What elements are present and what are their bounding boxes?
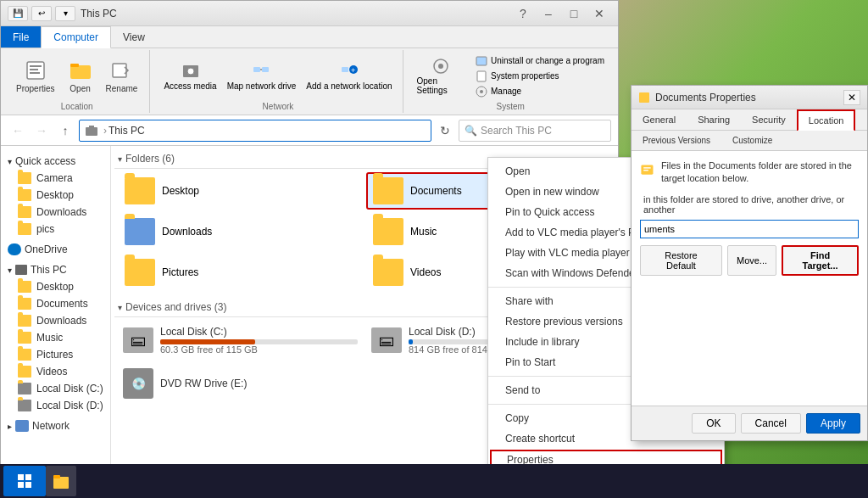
map-network-icon bbox=[252, 62, 270, 81]
search-box[interactable]: 🔍 Search This PC bbox=[459, 120, 611, 142]
onedrive-label: OneDrive bbox=[25, 243, 68, 255]
drive-c[interactable]: 🖴 Local Disk (C:) 60.3 GB free of 115 GB bbox=[118, 321, 363, 360]
close-btn[interactable]: ✕ bbox=[587, 5, 611, 22]
manage-btn[interactable]: Manage bbox=[472, 85, 608, 98]
back-btn[interactable]: ← bbox=[8, 120, 28, 141]
minimize-btn[interactable]: – bbox=[537, 5, 560, 22]
dialog-info: Files in the Documents folder are stored… bbox=[640, 159, 859, 186]
folders-arrow: ▾ bbox=[118, 154, 122, 164]
find-target-btn[interactable]: Find Target... bbox=[782, 245, 859, 276]
sidebar-item-local-c[interactable]: Local Disk (C:) bbox=[1, 380, 110, 397]
maximize-btn[interactable]: □ bbox=[562, 5, 586, 22]
refresh-btn[interactable]: ↻ bbox=[435, 120, 455, 141]
dialog-apply-btn[interactable]: Apply bbox=[806, 413, 860, 434]
rename-label: Rename bbox=[106, 84, 138, 93]
properties-label: Properties bbox=[16, 84, 55, 93]
svg-rect-29 bbox=[18, 482, 24, 488]
sidebar-item-downloads[interactable]: Downloads bbox=[1, 204, 110, 221]
svg-rect-12 bbox=[342, 67, 348, 72]
undo-btn[interactable]: ↩ bbox=[31, 6, 52, 21]
uninstall-btn[interactable]: Uninstall or change a program bbox=[472, 54, 608, 68]
dialog-close-btn[interactable]: ✕ bbox=[843, 90, 860, 105]
svg-rect-22 bbox=[89, 126, 94, 128]
dialog-tab-prev-versions[interactable]: Previous Versions bbox=[632, 131, 721, 150]
dialog-tab-sharing[interactable]: Sharing bbox=[687, 109, 741, 130]
system-props-label: System properties bbox=[491, 71, 559, 81]
network-group-label: Network bbox=[160, 102, 395, 111]
open-label: Open bbox=[70, 84, 90, 93]
move-btn[interactable]: Move... bbox=[727, 245, 776, 276]
sidebar-downloads-pc-label: Downloads bbox=[36, 315, 86, 327]
dialog-tab-customize[interactable]: Customize bbox=[721, 131, 783, 150]
rename-btn[interactable]: Rename bbox=[101, 57, 143, 95]
start-btn[interactable] bbox=[3, 466, 46, 496]
dialog-tab-general[interactable]: General bbox=[632, 109, 687, 130]
sidebar-item-desktop-pc[interactable]: Desktop bbox=[1, 278, 110, 295]
sidebar-item-music[interactable]: Music bbox=[1, 329, 110, 346]
sidebar-item-documents[interactable]: Documents bbox=[1, 295, 110, 312]
sidebar-item-videos[interactable]: Videos bbox=[1, 363, 110, 380]
search-placeholder: Search This PC bbox=[481, 125, 552, 137]
ribbon-system-items: Open Settings Uninstall or change a prog… bbox=[414, 52, 608, 100]
folders-section-label: Folders (6) bbox=[125, 153, 175, 165]
svg-point-8 bbox=[187, 68, 194, 75]
dropdown-btn[interactable]: ▾ bbox=[55, 6, 75, 21]
system-props-btn[interactable]: System properties bbox=[472, 70, 608, 83]
tab-view[interactable]: View bbox=[111, 26, 157, 48]
sidebar-music-label: Music bbox=[36, 332, 63, 344]
svg-rect-27 bbox=[18, 474, 24, 480]
add-network-label: Add a network location bbox=[306, 81, 392, 91]
folder-pictures[interactable]: Pictures bbox=[118, 254, 363, 291]
access-media-btn[interactable]: Access media bbox=[160, 61, 220, 92]
sidebar-item-local-d[interactable]: Local Disk (D:) bbox=[1, 397, 110, 414]
sidebar-pics-label: pics bbox=[36, 223, 54, 235]
dialog-title-bar: Documents Properties ✕ bbox=[632, 86, 867, 109]
network-header[interactable]: ▸ Network bbox=[1, 417, 110, 434]
folder-desktop[interactable]: Desktop bbox=[118, 172, 363, 210]
svg-rect-5 bbox=[70, 64, 79, 67]
videos-folder-icon-large bbox=[373, 259, 403, 286]
network-label: Network bbox=[32, 420, 70, 432]
dialog-ok-btn[interactable]: OK bbox=[692, 413, 735, 434]
tab-computer[interactable]: Computer bbox=[41, 26, 111, 48]
window-title: This PC bbox=[81, 8, 117, 20]
open-settings-btn[interactable]: Open Settings bbox=[414, 56, 469, 96]
quick-access-header[interactable]: ▾ Quick access bbox=[1, 153, 110, 170]
dialog-tab-security[interactable]: Security bbox=[741, 109, 797, 130]
addr-sep: › bbox=[103, 125, 107, 137]
sidebar-desktop-pc-label: Desktop bbox=[36, 281, 74, 293]
dialog-tab-location[interactable]: Location bbox=[797, 109, 856, 131]
sidebar-item-pictures[interactable]: Pictures bbox=[1, 346, 110, 363]
sidebar-desktop-label: Desktop bbox=[36, 189, 74, 201]
drive-c-info: Local Disk (C:) 60.3 GB free of 115 GB bbox=[160, 326, 358, 355]
dialog-cancel-btn[interactable]: Cancel bbox=[741, 413, 801, 434]
this-pc-header[interactable]: ▾ This PC bbox=[1, 261, 110, 278]
sidebar-item-camera[interactable]: Camera bbox=[1, 170, 110, 187]
location-group-label: Location bbox=[11, 102, 142, 111]
help-btn[interactable]: ? bbox=[511, 5, 535, 22]
sidebar-item-pics[interactable]: pics bbox=[1, 221, 110, 238]
open-btn[interactable]: Open bbox=[64, 57, 97, 95]
sidebar-item-desktop[interactable]: Desktop bbox=[1, 187, 110, 204]
quick-access-btn[interactable]: 💾 bbox=[8, 6, 28, 21]
drive-e[interactable]: 💿 DVD RW Drive (E:) bbox=[118, 363, 354, 404]
sidebar-item-downloads-pc[interactable]: Downloads bbox=[1, 312, 110, 329]
onedrive-header[interactable]: OneDrive bbox=[1, 241, 110, 258]
address-bar[interactable]: › This PC bbox=[79, 120, 431, 142]
folder-desktop-label: Desktop bbox=[162, 185, 199, 197]
downloads-pc-icon bbox=[18, 315, 31, 327]
ribbon-group-items: Properties Open Rename bbox=[11, 52, 142, 100]
dialog-path-input[interactable] bbox=[640, 220, 859, 238]
manage-label: Manage bbox=[491, 87, 521, 96]
up-btn[interactable]: ↑ bbox=[55, 120, 75, 141]
folder-downloads[interactable]: Downloads bbox=[118, 213, 363, 250]
map-network-btn[interactable]: Map network drive bbox=[224, 61, 300, 92]
tab-file[interactable]: File bbox=[1, 26, 41, 48]
restore-default-btn[interactable]: Restore Default bbox=[640, 245, 722, 276]
svg-rect-17 bbox=[476, 57, 487, 65]
taskbar-explorer-icon[interactable] bbox=[46, 466, 76, 496]
network-section: ▸ Network bbox=[1, 417, 110, 434]
forward-btn[interactable]: → bbox=[31, 120, 52, 141]
properties-btn[interactable]: Properties bbox=[11, 57, 60, 95]
add-network-btn[interactable]: + Add a network location bbox=[303, 61, 395, 92]
